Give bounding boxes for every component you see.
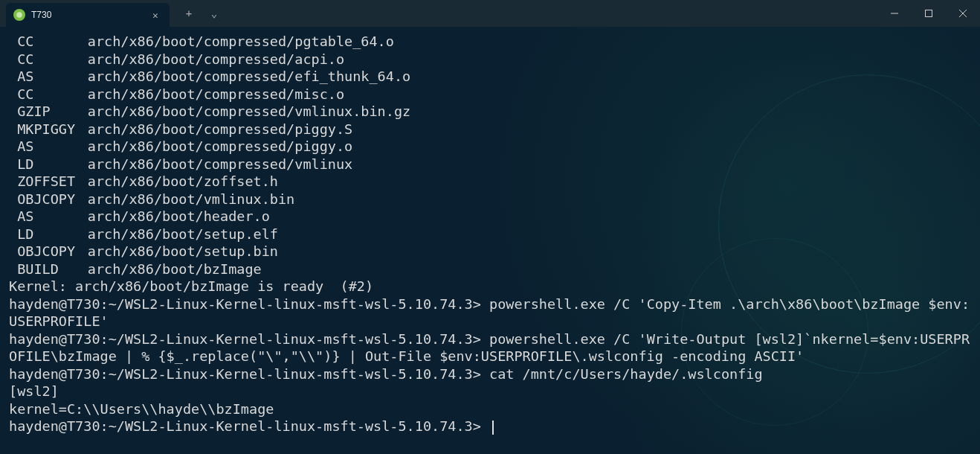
build-action: AS — [9, 68, 88, 86]
shell-prompt: hayden@T730:~/WSL2-Linux-Kernel-linux-ms… — [9, 296, 489, 312]
build-line: CCarch/x86/boot/compressed/pgtable_64.o — [9, 33, 971, 51]
build-path: arch/x86/boot/compressed/acpi.o — [88, 51, 344, 68]
command-line: hayden@T730:~/WSL2-Linux-Kernel-linux-ms… — [9, 330, 971, 365]
new-tab-button[interactable]: + — [178, 3, 199, 24]
tab-dropdown-button[interactable]: ⌄ — [204, 3, 225, 24]
build-path: arch/x86/boot/compressed/misc.o — [88, 86, 344, 103]
build-action: LD — [9, 226, 88, 243]
build-path: arch/x86/boot/zoffset.h — [88, 173, 278, 191]
build-path: arch/x86/boot/compressed/piggy.S — [88, 121, 352, 138]
build-line: CCarch/x86/boot/compressed/acpi.o — [9, 51, 971, 68]
window-controls — [877, 0, 980, 27]
build-line: LDarch/x86/boot/setup.elf — [9, 226, 971, 243]
build-path: arch/x86/boot/compressed/piggy.o — [88, 138, 352, 156]
build-action: LD — [9, 156, 88, 173]
build-path: arch/x86/boot/compressed/vmlinux — [88, 156, 352, 173]
build-action: CC — [9, 33, 88, 51]
build-line: ASarch/x86/boot/compressed/efi_thunk_64.… — [9, 68, 971, 86]
build-path: arch/x86/boot/compressed/vmlinux.bin.gz — [88, 103, 410, 121]
build-line: ASarch/x86/boot/header.o — [9, 208, 971, 226]
minimize-button[interactable] — [877, 0, 912, 27]
build-action: GZIP — [9, 103, 88, 121]
close-tab-icon[interactable]: ✕ — [149, 8, 162, 22]
build-path: arch/x86/boot/bzImage — [88, 260, 262, 278]
svg-rect-2 — [926, 10, 932, 17]
build-line: OBJCOPYarch/x86/boot/vmlinux.bin — [9, 191, 971, 208]
build-action: CC — [9, 51, 88, 68]
terminal-output[interactable]: CCarch/x86/boot/compressed/pgtable_64.oC… — [0, 27, 980, 441]
command-text: cat /mnt/c/Users/hayde/.wslconfig — [489, 366, 763, 382]
build-path: arch/x86/boot/header.o — [88, 208, 270, 226]
build-line: MKPIGGYarch/x86/boot/compressed/piggy.S — [9, 121, 971, 138]
tab-title: T730 — [31, 10, 143, 20]
cursor — [492, 421, 494, 435]
build-line: ZOFFSETarch/x86/boot/zoffset.h — [9, 173, 971, 191]
kernel-ready-line: Kernel: arch/x86/boot/bzImage is ready (… — [9, 278, 971, 295]
shell-prompt: hayden@T730:~/WSL2-Linux-Kernel-linux-ms… — [9, 331, 489, 347]
build-path: arch/x86/boot/compressed/pgtable_64.o — [88, 33, 394, 51]
svg-point-0 — [16, 12, 22, 18]
shell-prompt: hayden@T730:~/WSL2-Linux-Kernel-linux-ms… — [9, 418, 489, 434]
build-path: arch/x86/boot/vmlinux.bin — [88, 191, 294, 208]
build-line: GZIParch/x86/boot/compressed/vmlinux.bin… — [9, 103, 971, 121]
shell-prompt: hayden@T730:~/WSL2-Linux-Kernel-linux-ms… — [9, 366, 489, 382]
build-line: CCarch/x86/boot/compressed/misc.o — [9, 86, 971, 103]
build-action: MKPIGGY — [9, 121, 88, 138]
build-action: CC — [9, 86, 88, 103]
command-line: hayden@T730:~/WSL2-Linux-Kernel-linux-ms… — [9, 295, 971, 330]
close-button[interactable] — [946, 0, 980, 27]
build-line: ASarch/x86/boot/compressed/piggy.o — [9, 138, 971, 156]
tab-icon — [13, 9, 25, 21]
build-action: AS — [9, 208, 88, 226]
build-line: OBJCOPYarch/x86/boot/setup.bin — [9, 243, 971, 260]
build-path: arch/x86/boot/setup.bin — [88, 243, 278, 260]
build-path: arch/x86/boot/setup.elf — [88, 226, 278, 243]
maximize-button[interactable] — [912, 0, 946, 27]
build-line: LDarch/x86/boot/compressed/vmlinux — [9, 156, 971, 173]
output-line: [wsl2] — [9, 383, 971, 400]
active-tab[interactable]: T730 ✕ — [6, 3, 170, 27]
build-path: arch/x86/boot/compressed/efi_thunk_64.o — [88, 68, 410, 86]
build-action: AS — [9, 138, 88, 156]
command-line: hayden@T730:~/WSL2-Linux-Kernel-linux-ms… — [9, 365, 971, 383]
build-action: OBJCOPY — [9, 243, 88, 260]
build-line: BUILDarch/x86/boot/bzImage — [9, 260, 971, 278]
build-action: BUILD — [9, 260, 88, 278]
command-line: hayden@T730:~/WSL2-Linux-Kernel-linux-ms… — [9, 418, 971, 435]
build-action: ZOFFSET — [9, 173, 88, 191]
build-action: OBJCOPY — [9, 191, 88, 208]
titlebar: T730 ✕ + ⌄ — [0, 0, 980, 27]
output-line: kernel=C:\\Users\\hayde\\bzImage — [9, 400, 971, 418]
